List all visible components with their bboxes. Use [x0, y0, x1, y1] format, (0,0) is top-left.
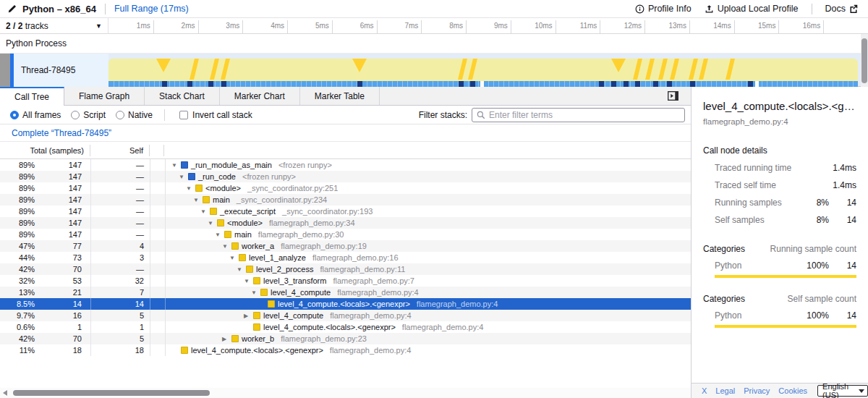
function-name: worker_b	[242, 334, 274, 343]
invert-call-stack-checkbox[interactable]	[179, 111, 188, 119]
call-tree-row[interactable]: 8.5%1414level_4_compute.<locals>.<genexp…	[0, 298, 691, 310]
call-tree-row[interactable]: 89%147—▼_execute_script_sync_coordinator…	[0, 206, 691, 217]
function-name: main	[234, 230, 252, 239]
function-file: <frozen runpy>	[278, 161, 332, 169]
upload-profile-button[interactable]: Upload Local Profile	[705, 4, 799, 14]
ruler-tick	[198, 20, 199, 34]
radio-all-frames-label[interactable]: All frames	[22, 110, 61, 120]
call-tree-row[interactable]: 0.6%11level_4_compute.<locals>.<genexpr>…	[0, 321, 691, 333]
expand-twisty[interactable]: ▼	[237, 266, 246, 273]
tab-flame-graph[interactable]: Flame Graph	[64, 87, 145, 105]
call-tree-row[interactable]: 42%70—▼level_2_processflamegraph_demo.py…	[0, 263, 691, 275]
expand-twisty[interactable]: ▼	[251, 289, 260, 296]
docs-button[interactable]: Docs	[825, 4, 858, 14]
expand-twisty[interactable]: ▼	[186, 185, 195, 192]
call-tree-row[interactable]: 89%147—▼mainflamegraph_demo.py:30	[0, 229, 691, 240]
filter-stacks-input[interactable]	[489, 110, 680, 120]
sidebar-toggle-button[interactable]	[663, 87, 682, 105]
tab-marker-chart[interactable]: Marker Chart	[220, 87, 300, 105]
chevron-down-icon	[859, 389, 864, 393]
horizontal-scrollbar[interactable]	[0, 388, 691, 398]
expand-twisty[interactable]: ▼	[208, 220, 217, 226]
tab-stack-chart[interactable]: Stack Chart	[145, 87, 220, 105]
call-tree-row[interactable]: 89%147—▼_run_code<frozen runpy>	[0, 171, 691, 182]
profiler-app: Python – x86_64 Full Range (17ms) Profil…	[0, 0, 868, 398]
radio-all-frames[interactable]	[10, 111, 19, 119]
call-tree-row[interactable]: 47%774▼worker_aflamegraph_demo.py:19	[0, 240, 691, 252]
call-tree-row[interactable]: 13%217▼level_4_computeflamegraph_demo.py…	[0, 287, 691, 298]
footer-link-privacy[interactable]: Privacy	[744, 386, 770, 395]
breadcrumb-complete-link[interactable]: Complete “Thread-78495”	[12, 128, 111, 138]
function-name: main	[213, 195, 230, 204]
call-node-details-heading: Call node details	[703, 145, 856, 156]
thread-label[interactable]: Thread-78495	[14, 54, 109, 87]
call-tree-row[interactable]: 44%733▼level_1_analyzeflamegraph_demo.py…	[0, 252, 691, 263]
tracks-dropdown-button[interactable]: 2 / 2 tracks ▼	[0, 18, 109, 34]
expand-twisty[interactable]: ▼	[222, 243, 231, 250]
expand-twisty[interactable]: ▼	[229, 255, 239, 261]
ruler-tick	[153, 20, 154, 34]
radio-script[interactable]	[71, 111, 80, 119]
call-tree-row[interactable]: 32%5332▼level_3_transformflamegraph_demo…	[0, 275, 691, 287]
category-row-python-running: Python100%14	[715, 261, 856, 271]
info-icon	[635, 4, 644, 14]
invert-call-stack-label[interactable]: Invert call stack	[192, 110, 252, 120]
function-file: <frozen runpy>	[242, 172, 296, 181]
expand-twisty[interactable]: ▼	[193, 197, 203, 203]
language-select[interactable]: English (US)	[817, 385, 868, 397]
expand-twisty[interactable]: ▼	[244, 278, 253, 284]
category-square-icon	[231, 335, 239, 342]
call-tree-row[interactable]: 11%1818level_4_compute.<locals>.<genexpr…	[0, 344, 691, 356]
call-tree-row[interactable]: 89%147—▼<module>flamegraph_demo.py:34	[0, 217, 691, 229]
radio-script-label[interactable]: Script	[83, 110, 106, 120]
ruler-tick	[644, 20, 645, 34]
call-tree-row[interactable]: 42%705▶worker_bflamegraph_demo.py:23	[0, 333, 691, 344]
ruler-tick	[332, 20, 333, 34]
ruler-tick-label: 12ms	[604, 22, 642, 30]
scroll-left-arrow-icon[interactable]	[3, 390, 7, 396]
tab-call-tree[interactable]: Call Tree	[0, 87, 64, 106]
expand-twisty[interactable]: ▶	[244, 313, 253, 319]
expand-twisty[interactable]: ▼	[200, 208, 210, 215]
expand-twisty[interactable]: ▼	[215, 232, 224, 238]
column-header-total: Total (samples)	[0, 145, 90, 156]
scrollbar-thumb[interactable]	[13, 390, 210, 396]
footer-link-x[interactable]: X	[702, 386, 707, 395]
process-track-row[interactable]: Python Process	[0, 34, 868, 54]
ruler-tick	[600, 20, 600, 34]
search-icon	[477, 111, 485, 119]
edit-pencil-icon[interactable]	[7, 4, 17, 14]
call-tree-row[interactable]: 89%147—▼main_sync_coordinator.py:234	[0, 194, 691, 206]
function-file: flamegraph_demo.py:30	[258, 230, 344, 239]
filter-stacks-inputbox[interactable]	[472, 108, 685, 122]
call-tree-row[interactable]: 89%147—▼<module>_sync_coordinator.py:251	[0, 182, 691, 194]
full-range-link[interactable]: Full Range (17ms)	[114, 4, 189, 14]
expand-twisty[interactable]: ▶	[222, 336, 231, 342]
call-tree-row[interactable]: 9.7%165▶level_4_computeflamegraph_demo.p…	[0, 310, 691, 321]
footer-link-cookies[interactable]: Cookies	[778, 386, 807, 395]
profile-info-button[interactable]: Profile Info	[635, 4, 692, 14]
ruler-tick	[823, 20, 824, 34]
thread-activity-graph[interactable]	[109, 54, 861, 87]
track-reorder-gutter[interactable]	[0, 54, 10, 87]
column-header-icon	[150, 145, 164, 156]
timeline-ruler[interactable]: 1ms2ms3ms4ms5ms6ms7ms8ms9ms10ms11ms12ms1…	[109, 18, 868, 34]
panel-tab-bar: Call Tree Flame Graph Stack Chart Marker…	[0, 87, 691, 106]
ruler-tick-label: 15ms	[738, 22, 775, 30]
radio-native-label[interactable]: Native	[128, 110, 153, 120]
divider	[164, 109, 165, 121]
breadcrumb-row: Complete “Thread-78495”	[0, 124, 691, 142]
thread-track-row[interactable]: Thread-78495	[0, 54, 868, 87]
expand-twisty[interactable]: ▼	[171, 162, 181, 169]
category-square-icon	[260, 289, 268, 296]
call-tree-row[interactable]: 89%147—▼_run_module_as_main<frozen runpy…	[0, 159, 691, 171]
footer-link-legal[interactable]: Legal	[715, 386, 735, 395]
tab-marker-table[interactable]: Marker Table	[300, 87, 380, 105]
upload-icon	[705, 4, 714, 14]
column-header-self: Self	[90, 145, 150, 156]
ruler-tick	[556, 20, 556, 34]
timeline-vertical-scrollbar[interactable]	[861, 34, 868, 87]
radio-native[interactable]	[116, 111, 124, 119]
expand-twisty[interactable]: ▼	[179, 174, 188, 180]
scrollbar-thumb[interactable]	[861, 38, 867, 83]
